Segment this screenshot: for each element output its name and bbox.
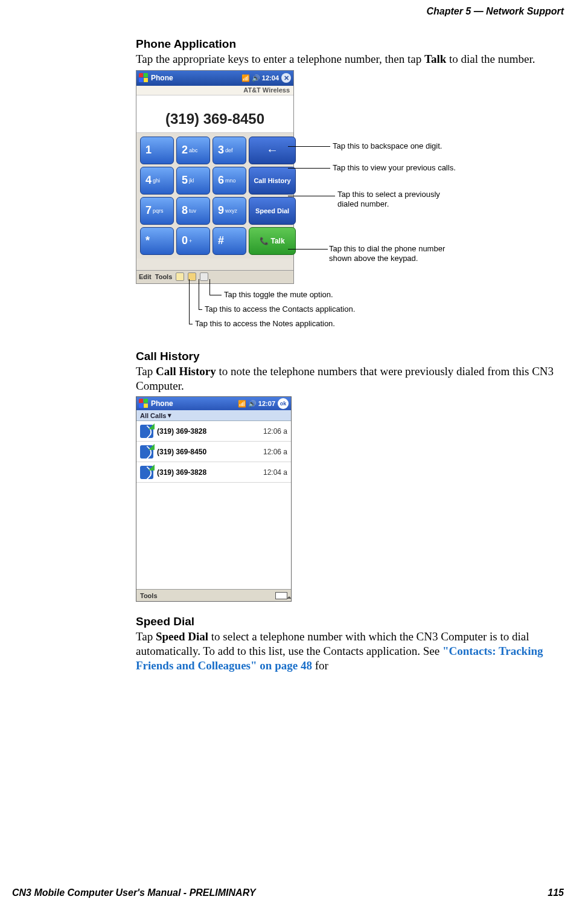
p2-bold: Call History	[156, 365, 216, 378]
key-0-n: 0	[182, 234, 188, 247]
callout-notes: Tap this to access the Notes application…	[195, 319, 335, 329]
call-number: (319) 369-3828	[157, 468, 260, 477]
filter-label: All Calls	[140, 412, 166, 419]
backspace-button[interactable]: ←	[249, 137, 296, 164]
close-icon[interactable]: ✕	[281, 73, 291, 83]
key-8-s: tuv	[189, 208, 196, 214]
speed-dial-button[interactable]: Speed Dial	[249, 197, 296, 225]
windows-flag-icon[interactable]	[139, 399, 149, 408]
page-number: 115	[548, 887, 564, 898]
key-9[interactable]: 9wxyz	[213, 197, 246, 225]
hline-mute	[209, 295, 222, 295]
running-head: Chapter 5 — Network Support	[426, 6, 564, 17]
call-history-heading: Call History	[136, 350, 564, 363]
tools-menu[interactable]: Tools	[140, 592, 158, 599]
key-hash[interactable]: #	[213, 227, 246, 255]
history-title: Phone	[151, 399, 173, 408]
speed-dial-heading: Speed Dial	[136, 615, 564, 628]
key-7-s: pqrs	[153, 208, 164, 214]
key-7-n: 7	[145, 204, 152, 217]
footer-title: CN3 Mobile Computer User's Manual - PREL…	[12, 887, 256, 898]
key-5[interactable]: 5jkl	[176, 167, 210, 195]
ok-button[interactable]: ok	[278, 398, 289, 409]
line-backspace	[288, 146, 330, 147]
dialer-menubar: Edit Tools	[136, 270, 293, 283]
line-history	[288, 168, 330, 169]
key-5-s: jkl	[189, 178, 194, 184]
key-2-n: 2	[182, 144, 188, 156]
call-number: (319) 369-8450	[157, 448, 260, 456]
call-time: 12:06 a	[263, 427, 287, 436]
call-history-button[interactable]: Call History	[249, 167, 296, 195]
key-2-s: abc	[189, 147, 198, 153]
history-titlebar: Phone 📶 🔊 12:07 ok	[136, 397, 291, 410]
call-row[interactable]: (319) 369-3828 12:04 a	[136, 462, 291, 483]
key-2[interactable]: 2abc	[176, 137, 210, 164]
phone-dialer-screen: Phone 📶 🔊 12:04 ✕ AT&T Wireless (319) 36…	[136, 70, 294, 284]
key-1[interactable]: 1	[140, 137, 174, 164]
talk-button[interactable]: 📞 Talk	[249, 227, 296, 255]
key-8[interactable]: 8tuv	[176, 197, 210, 225]
call-time: 12:06 a	[263, 448, 287, 456]
key-6-n: 6	[218, 174, 224, 187]
p1-bold: Talk	[424, 53, 446, 65]
carrier-label: AT&T Wireless	[136, 86, 293, 95]
callout-mute: Tap this toggle the mute option.	[224, 290, 333, 300]
notes-icon[interactable]	[176, 272, 184, 281]
dialed-number-display: (319) 369-8450	[136, 95, 293, 133]
key-4[interactable]: 4ghi	[140, 167, 174, 195]
dialer-keypad: 1 2abc 3def ← 4ghi 5jkl 6mno Call Histor…	[136, 133, 293, 259]
phone-app-figure: Phone 📶 🔊 12:04 ✕ AT&T Wireless (319) 36…	[136, 70, 474, 339]
key-0-s: +	[189, 238, 192, 244]
key-5-n: 5	[182, 174, 188, 187]
key-4-s: ghi	[153, 178, 160, 184]
key-star[interactable]: *	[140, 227, 174, 255]
key-0[interactable]: 0+	[176, 227, 210, 255]
key-4-n: 4	[145, 174, 152, 187]
key-star-n: *	[145, 234, 150, 247]
outgoing-call-icon	[140, 445, 153, 459]
call-history-screen: Phone 📶 🔊 12:07 ok All Calls ▾ (319) 369…	[136, 396, 292, 602]
edit-menu[interactable]: Edit	[139, 273, 152, 280]
mute-icon[interactable]	[200, 272, 208, 281]
signal-icon: 📶	[241, 74, 250, 82]
key-9-n: 9	[218, 204, 224, 217]
talk-label: Talk	[270, 237, 284, 245]
dialer-titlebar: Phone 📶 🔊 12:04 ✕	[136, 71, 293, 86]
page-content: Phone Application Tap the appropriate ke…	[136, 37, 564, 677]
tools-menu[interactable]: Tools	[155, 273, 173, 280]
call-row[interactable]: (319) 369-3828 12:06 a	[136, 421, 291, 442]
key-7[interactable]: 7pqrs	[140, 197, 174, 225]
call-row[interactable]: (319) 369-8450 12:06 a	[136, 442, 291, 462]
key-8-n: 8	[182, 204, 188, 217]
hline-notes	[189, 324, 193, 324]
calls-list: (319) 369-3828 12:06 a (319) 369-8450 12…	[136, 421, 291, 589]
speaker-icon: 🔊	[252, 74, 260, 82]
status-icons: 📶 🔊 12:04	[241, 74, 279, 82]
key-9-s: wxyz	[225, 208, 237, 214]
clock-text: 12:07	[258, 400, 275, 407]
key-6[interactable]: 6mno	[213, 167, 246, 195]
page-footer: CN3 Mobile Computer User's Manual - PREL…	[0, 887, 588, 898]
keyboard-icon	[275, 592, 287, 599]
keyboard-toggle[interactable]	[275, 592, 287, 599]
call-filter-dropdown[interactable]: All Calls ▾	[136, 410, 291, 421]
call-number: (319) 369-3828	[157, 427, 260, 436]
key-3[interactable]: 3def	[213, 137, 246, 164]
key-6-s: mno	[225, 178, 236, 184]
callout-talk: Tap this to dial the phone number shown …	[329, 244, 462, 264]
key-3-s: def	[225, 147, 233, 153]
phone-handset-icon: 📞	[260, 237, 269, 245]
line-speeddial	[288, 196, 335, 196]
vline-notes	[189, 279, 190, 324]
windows-flag-icon[interactable]	[139, 73, 149, 83]
line-talk	[288, 249, 328, 250]
phone-app-paragraph: Tap the appropriate keys to enter a tele…	[136, 52, 564, 66]
p3-bold: Speed Dial	[156, 630, 208, 643]
speaker-icon: 🔊	[248, 400, 257, 408]
vline-mute	[209, 279, 210, 295]
chevron-down-icon: ▾	[168, 411, 171, 419]
key-hash-n: #	[218, 234, 224, 247]
hline-contacts	[199, 309, 202, 310]
callout-contacts: Tap this to access the Contacts applicat…	[205, 304, 355, 314]
